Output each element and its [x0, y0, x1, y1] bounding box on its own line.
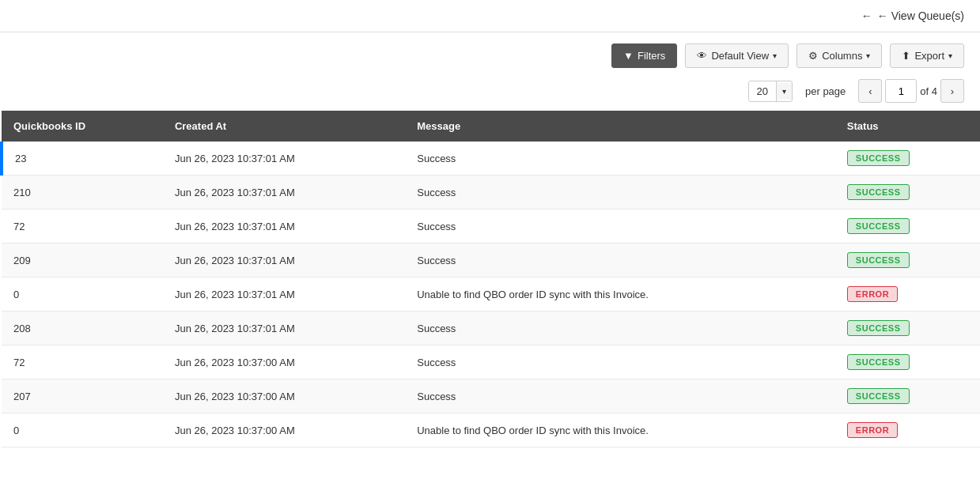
cell-quickbooks-id: 210 — [2, 176, 163, 210]
status-badge: SUCCESS — [847, 150, 910, 166]
table-row: 72Jun 26, 2023 10:37:00 AMSuccessSUCCESS — [2, 345, 980, 379]
main-table: Quickbooks ID Created At Message Status … — [0, 111, 980, 447]
cell-created-at: Jun 26, 2023 10:37:01 AM — [163, 176, 405, 210]
status-badge: SUCCESS — [847, 354, 910, 370]
cell-status: SUCCESS — [835, 379, 980, 413]
chevron-down-icon: ▾ — [773, 51, 777, 60]
status-badge: ERROR — [847, 286, 898, 302]
of-total-label: of 4 — [920, 85, 937, 97]
cell-created-at: Jun 26, 2023 10:37:00 AM — [163, 413, 405, 447]
table-row: 209Jun 26, 2023 10:37:01 AMSuccessSUCCES… — [2, 244, 980, 277]
export-button[interactable]: ⬆ Export ▾ — [890, 43, 964, 68]
cell-status: ERROR — [835, 413, 980, 447]
filters-button[interactable]: ▼ Filters — [611, 43, 677, 68]
default-view-button[interactable]: 👁 Default View ▾ — [685, 43, 789, 68]
columns-icon: ⚙ — [808, 50, 818, 62]
cell-message: Unable to find QBO order ID sync with th… — [405, 277, 835, 311]
view-queues-link[interactable]: ← ← View Queue(s) — [861, 9, 964, 22]
back-arrow-icon: ← — [861, 9, 872, 22]
cell-message: Success — [405, 176, 835, 210]
cell-quickbooks-id: 72 — [2, 210, 163, 244]
columns-button[interactable]: ⚙ Columns ▾ — [796, 43, 882, 68]
per-page-label: per page — [805, 85, 846, 97]
prev-page-button[interactable]: ‹ — [858, 79, 882, 103]
cell-status: SUCCESS — [835, 345, 980, 379]
chevron-down-icon-2: ▾ — [866, 51, 870, 60]
top-bar: ← ← View Queue(s) — [0, 0, 980, 32]
view-queues-label: ← View Queue(s) — [877, 9, 964, 22]
cell-created-at: Jun 26, 2023 10:37:00 AM — [163, 379, 405, 413]
next-page-button[interactable]: › — [940, 79, 964, 103]
table-row: 210Jun 26, 2023 10:37:01 AMSuccessSUCCES… — [2, 176, 980, 210]
cell-status: SUCCESS — [835, 142, 980, 176]
cell-quickbooks-id: 208 — [2, 311, 163, 345]
status-badge: ERROR — [847, 422, 898, 438]
cell-quickbooks-id: 0 — [2, 277, 163, 311]
chevron-down-icon-3: ▾ — [948, 51, 952, 60]
table-row: 23Jun 26, 2023 10:37:01 AMSuccessSUCCESS — [2, 142, 980, 176]
table-header-row: Quickbooks ID Created At Message Status — [2, 111, 980, 142]
col-status: Status — [835, 111, 980, 142]
col-quickbooks-id: Quickbooks ID — [2, 111, 163, 142]
cell-message: Success — [405, 311, 835, 345]
cell-created-at: Jun 26, 2023 10:37:01 AM — [163, 311, 405, 345]
col-message: Message — [405, 111, 835, 142]
cell-message: Success — [405, 379, 835, 413]
cell-status: SUCCESS — [835, 210, 980, 244]
table-row: 72Jun 26, 2023 10:37:01 AMSuccessSUCCESS — [2, 210, 980, 244]
per-page-dropdown-arrow[interactable]: ▾ — [777, 83, 792, 100]
cell-message: Success — [405, 345, 835, 379]
table-row: 0Jun 26, 2023 10:37:00 AMUnable to find … — [2, 413, 980, 447]
status-badge: SUCCESS — [847, 252, 910, 268]
cell-status: SUCCESS — [835, 176, 980, 210]
status-badge: SUCCESS — [847, 218, 910, 234]
cell-created-at: Jun 26, 2023 10:37:01 AM — [163, 244, 405, 277]
cell-quickbooks-id: 0 — [2, 413, 163, 447]
cell-message: Success — [405, 142, 835, 176]
pagination-row: 20 ▾ per page ‹ of 4 › — [0, 79, 980, 111]
cell-created-at: Jun 26, 2023 10:37:00 AM — [163, 345, 405, 379]
status-badge: SUCCESS — [847, 388, 910, 404]
cell-quickbooks-id: 23 — [2, 142, 163, 176]
cell-quickbooks-id: 209 — [2, 244, 163, 277]
table-row: 207Jun 26, 2023 10:37:00 AMSuccessSUCCES… — [2, 379, 980, 413]
cell-quickbooks-id: 72 — [2, 345, 163, 379]
filter-icon: ▼ — [623, 50, 634, 62]
toolbar: ▼ Filters 👁 Default View ▾ ⚙ Columns ▾ ⬆… — [0, 32, 980, 79]
cell-created-at: Jun 26, 2023 10:37:01 AM — [163, 210, 405, 244]
col-created-at: Created At — [163, 111, 405, 142]
per-page-select: 20 ▾ — [748, 81, 793, 102]
cell-status: ERROR — [835, 277, 980, 311]
cell-message: Success — [405, 210, 835, 244]
table-row: 0Jun 26, 2023 10:37:01 AMUnable to find … — [2, 277, 980, 311]
status-badge: SUCCESS — [847, 184, 910, 200]
status-badge: SUCCESS — [847, 320, 910, 336]
cell-status: SUCCESS — [835, 311, 980, 345]
cell-status: SUCCESS — [835, 244, 980, 277]
cell-quickbooks-id: 207 — [2, 379, 163, 413]
per-page-value: 20 — [749, 81, 777, 101]
export-icon: ⬆ — [902, 50, 910, 62]
cell-created-at: Jun 26, 2023 10:37:01 AM — [163, 277, 405, 311]
page-nav: ‹ of 4 › — [858, 79, 964, 103]
table-row: 208Jun 26, 2023 10:37:01 AMSuccessSUCCES… — [2, 311, 980, 345]
current-page-input[interactable] — [885, 79, 917, 103]
cell-message: Unable to find QBO order ID sync with th… — [405, 413, 835, 447]
cell-message: Success — [405, 244, 835, 277]
eye-icon: 👁 — [697, 50, 707, 62]
cell-created-at: Jun 26, 2023 10:37:01 AM — [163, 142, 405, 176]
